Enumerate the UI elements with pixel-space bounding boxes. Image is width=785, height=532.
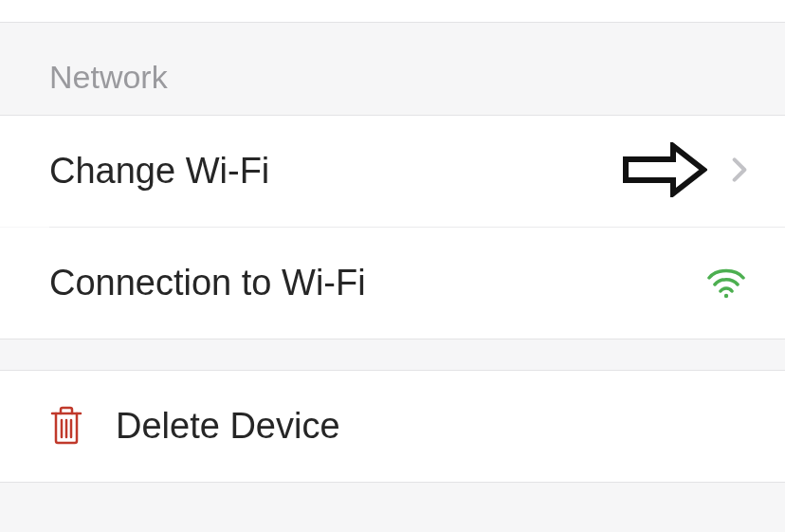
network-section-header: Network (0, 23, 785, 116)
trash-icon (49, 405, 83, 449)
bottom-space (0, 482, 785, 532)
change-wifi-row[interactable]: Change Wi-Fi (0, 116, 785, 227)
svg-point-0 (724, 293, 728, 297)
network-header-label: Network (49, 59, 168, 95)
delete-device-row[interactable]: Delete Device (0, 371, 785, 482)
chevron-right-icon (732, 156, 747, 187)
wifi-icon (705, 265, 747, 303)
top-whitespace (0, 0, 785, 23)
delete-device-label: Delete Device (116, 406, 340, 447)
connection-wifi-label: Connection to Wi-Fi (49, 263, 366, 303)
arrow-right-icon (622, 142, 707, 201)
section-gap (0, 339, 785, 371)
connection-wifi-row[interactable]: Connection to Wi-Fi (0, 228, 785, 339)
change-wifi-label: Change Wi-Fi (49, 151, 269, 192)
